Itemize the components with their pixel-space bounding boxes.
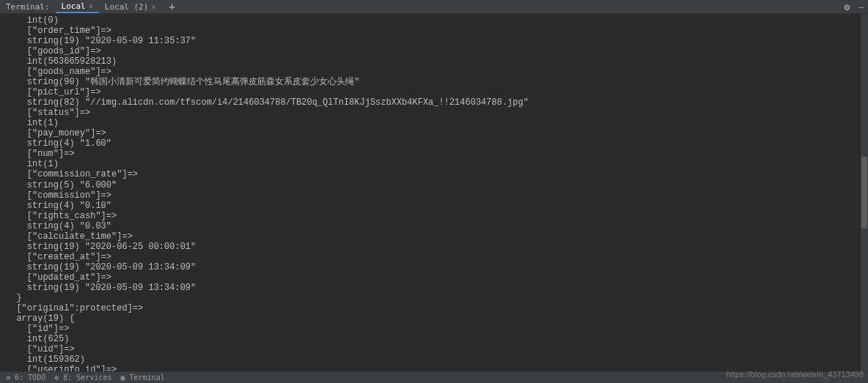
tab-bar: Terminal: Local × Local (2) × + ⚙ — — [0, 0, 868, 14]
gear-icon[interactable]: ⚙ — [840, 1, 855, 12]
tab-local[interactable]: Local × — [56, 0, 99, 13]
status-terminal[interactable]: ▣ Terminal — [120, 373, 164, 382]
status-services-label: ⊕ 8: Services — [54, 373, 111, 382]
close-icon[interactable]: × — [89, 2, 93, 10]
status-terminal-label: ▣ Terminal — [120, 373, 164, 382]
close-icon[interactable]: × — [151, 3, 155, 11]
add-tab-button[interactable]: + — [161, 1, 182, 12]
status-todo[interactable]: ≡ 6: TODO — [6, 373, 45, 382]
minimize-icon[interactable]: — — [854, 2, 868, 12]
tab-local-2[interactable]: Local (2) × — [99, 0, 162, 13]
status-todo-label: ≡ 6: TODO — [6, 373, 45, 382]
tab-label: Local — [62, 1, 86, 11]
tab-label: Local (2) — [105, 2, 149, 12]
terminal-output[interactable]: int(0) ["order_time"]=> string(19) "2020… — [0, 14, 868, 371]
watermark: https://blog.csdn.net/weixin_43713498 — [727, 370, 864, 379]
terminal-label: Terminal: — [0, 2, 56, 12]
scrollbar-thumb[interactable] — [861, 157, 867, 228]
status-services[interactable]: ⊕ 8: Services — [54, 373, 111, 382]
scrollbar-track[interactable] — [861, 14, 868, 371]
